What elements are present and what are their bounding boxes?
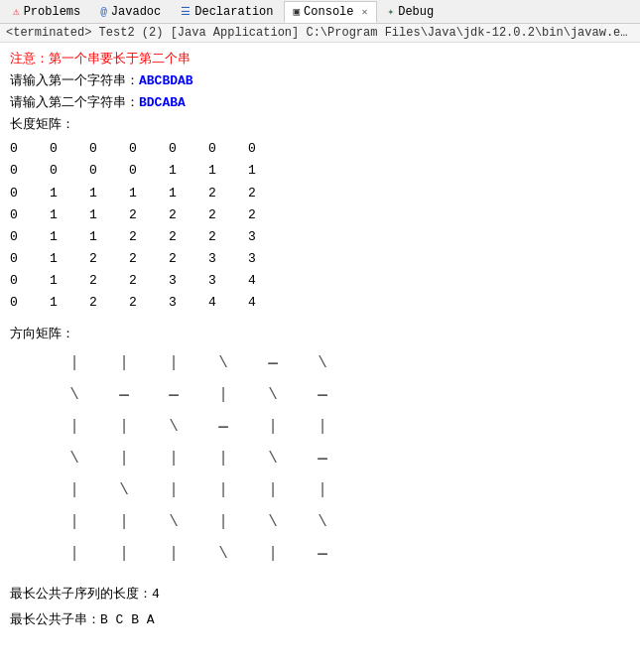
input2-line: 请输入第二个字符串：BDCABA [10, 92, 630, 114]
matrix-cell: 0 [50, 160, 89, 182]
input1-label: 请输入第一个字符串： [10, 73, 139, 88]
dir-cell: | [50, 474, 99, 506]
matrix-cell: 1 [50, 248, 89, 270]
dir-cell: \ [99, 474, 149, 506]
matrix-cell: 1 [50, 292, 89, 314]
matrix-cell: 3 [248, 226, 288, 248]
matrix-cell: 0 [89, 138, 129, 160]
tab-console-label: Console [304, 5, 353, 19]
dir-cell: | [198, 474, 248, 506]
close-icon[interactable]: ✕ [362, 6, 368, 18]
notice-text: 注意：第一个串要长于第二个串 [10, 49, 630, 70]
dir-cell: — [298, 538, 347, 570]
dir-cell: | [298, 474, 347, 506]
matrix-cell: 0 [10, 292, 50, 314]
matrix-cell: 1 [50, 270, 89, 292]
matrix-cell: 3 [169, 270, 208, 292]
dir-cell: | [99, 538, 149, 570]
matrix-cell: 2 [208, 183, 248, 204]
matrix-cell: 2 [129, 292, 169, 314]
tab-problems-label: Problems [24, 5, 81, 19]
dir-cell: — [149, 379, 198, 411]
dir-cell: \ [248, 379, 298, 411]
length-matrix: 0000000000011101111220112222011222301222… [10, 138, 288, 314]
dir-cell: — [99, 379, 149, 411]
dir-cell: | [149, 538, 198, 570]
tab-debug-label: Debug [398, 5, 434, 19]
input1-value: ABCBDAB [139, 73, 193, 88]
matrix-cell: 2 [129, 270, 169, 292]
dir-cell: | [298, 411, 347, 443]
matrix-cell: 0 [129, 138, 169, 160]
matrix-cell: 2 [169, 248, 208, 270]
debug-icon: ✦ [388, 5, 395, 18]
matrix-cell: 1 [248, 160, 288, 182]
dir-cell: \ [149, 506, 198, 538]
console-content: 注意：第一个串要长于第二个串 请输入第一个字符串：ABCBDAB 请输入第二个字… [0, 43, 640, 637]
dir-cell: | [99, 347, 149, 379]
matrix-cell: 1 [129, 183, 169, 204]
status-text: <terminated> Test2 (2) [Java Application… [6, 26, 635, 40]
dir-cell: | [248, 538, 298, 570]
dir-cell: | [50, 411, 99, 443]
dir-cell: \ [50, 443, 99, 474]
tab-bar: ⚠ Problems @ Javadoc ☰ Declaration ▣ Con… [0, 0, 640, 24]
input2-value: BDCABA [139, 95, 186, 110]
matrix-cell: 3 [208, 248, 248, 270]
dir-cell: — [298, 379, 347, 411]
dir-cell: \ [50, 379, 99, 411]
dir-cell: | [149, 347, 198, 379]
dir-cell: | [248, 474, 298, 506]
dir-cell: | [99, 443, 149, 474]
matrix-cell: 3 [169, 292, 208, 314]
matrix-cell: 2 [169, 204, 208, 226]
declaration-icon: ☰ [181, 5, 191, 18]
dir-cell: | [99, 506, 149, 538]
dir-cell: \ [298, 506, 347, 538]
tab-debug[interactable]: ✦ Debug [379, 1, 444, 23]
tab-declaration-label: Declaration [194, 5, 273, 19]
matrix-cell: 2 [169, 226, 208, 248]
dir-cell: \ [248, 443, 298, 474]
tab-console[interactable]: ▣ Console ✕ [284, 1, 376, 23]
dir-cell: | [198, 443, 248, 474]
matrix-cell: 2 [89, 292, 129, 314]
matrix-cell: 1 [89, 183, 129, 204]
matrix-cell: 2 [208, 204, 248, 226]
dir-cell: \ [149, 411, 198, 443]
dir-cell: | [50, 347, 99, 379]
dir-cell: — [248, 347, 298, 379]
tab-javadoc[interactable]: @ Javadoc [91, 1, 170, 23]
matrix-cell: 1 [169, 160, 208, 182]
matrix-cell: 2 [208, 226, 248, 248]
dir-cell: \ [198, 538, 248, 570]
input2-label: 请输入第二个字符串： [10, 95, 139, 110]
matrix-cell: 3 [248, 248, 288, 270]
matrix-cell: 0 [10, 160, 50, 182]
tab-problems[interactable]: ⚠ Problems [4, 1, 89, 23]
dir-cell: \ [298, 347, 347, 379]
matrix-label: 长度矩阵： [10, 114, 630, 136]
matrix-cell: 0 [10, 138, 50, 160]
dir-cell: | [50, 538, 99, 570]
matrix-cell: 1 [50, 204, 89, 226]
matrix-cell: 3 [208, 270, 248, 292]
matrix-cell: 2 [248, 183, 288, 204]
matrix-cell: 1 [50, 183, 89, 204]
tab-declaration[interactable]: ☰ Declaration [172, 1, 282, 23]
matrix-cell: 2 [248, 204, 288, 226]
dir-cell: | [198, 379, 248, 411]
input1-line: 请输入第一个字符串：ABCBDAB [10, 70, 630, 92]
matrix-cell: 0 [10, 270, 50, 292]
dir-cell: | [248, 411, 298, 443]
javadoc-icon: @ [100, 6, 107, 18]
matrix-cell: 0 [248, 138, 288, 160]
matrix-cell: 0 [169, 138, 208, 160]
matrix-cell: 4 [248, 292, 288, 314]
matrix-cell: 4 [248, 270, 288, 292]
matrix-cell: 2 [89, 270, 129, 292]
direction-matrix: |||\—\\——|\—||\—||\|||\—|\||||||\|\\|||\… [50, 347, 347, 570]
dir-cell: | [149, 474, 198, 506]
matrix-cell: 0 [10, 248, 50, 270]
dir-cell: | [50, 506, 99, 538]
